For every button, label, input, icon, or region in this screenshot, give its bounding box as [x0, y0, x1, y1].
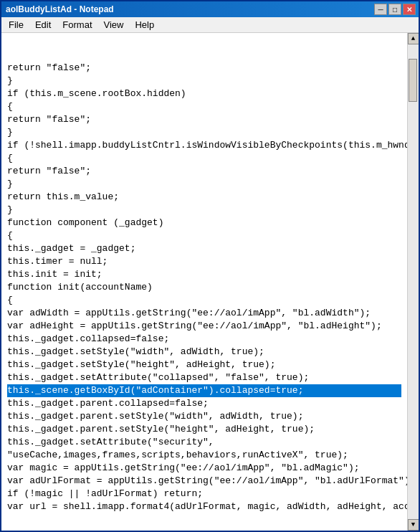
code-line: this._scene.getBoxById("adContainer").co… — [7, 384, 401, 397]
scroll-up-button[interactable]: ▲ — [408, 33, 419, 44]
code-line: var url = shell.imapp.format4(adUrlForma… — [7, 500, 401, 513]
scroll-down-button[interactable]: ▼ — [408, 519, 419, 531]
code-line: function component (_gadget) — [7, 217, 401, 229]
title-controls: ─ □ ✕ — [374, 4, 416, 15]
code-line: return "false"; — [7, 113, 401, 126]
code-line: } — [7, 75, 401, 87]
notepad-window: aolBuddyListAd - Notepad ─ □ ✕ File Edit… — [0, 0, 420, 532]
editor-area: return "false";}if (this.m_scene.rootBox… — [1, 33, 419, 531]
code-line: this.init = init; — [7, 268, 401, 281]
menu-format[interactable]: Format — [57, 18, 97, 32]
close-button[interactable]: ✕ — [403, 4, 416, 15]
code-line: this._gadget.setStyle("height", adHeight… — [7, 358, 401, 371]
code-line: if (!shell.imapp.buddyListCntrl.isWindow… — [7, 139, 401, 152]
code-line: { — [7, 229, 401, 242]
code-line: var magic = appUtils.getString("ee://aol… — [7, 462, 401, 475]
code-line: return "false"; — [7, 62, 401, 75]
code-line: { — [7, 100, 401, 113]
maximize-button[interactable]: □ — [388, 4, 401, 15]
code-line: if (this.m_scene.rootBox.hidden) — [7, 87, 401, 100]
code-line: "useCache,images,frames,scripts,behavior… — [7, 449, 401, 462]
code-line: this._gadget.setStyle("width", adWidth, … — [7, 346, 401, 358]
code-line: this._gadget.setAttribute("collapsed", "… — [7, 371, 401, 384]
code-line: return this.m_value; — [7, 191, 401, 204]
code-line: this._gadget = _gadget; — [7, 242, 401, 255]
code-line: } — [7, 178, 401, 191]
code-line: } — [7, 204, 401, 217]
code-line: var adUrlFormat = appUtils.getString("ee… — [7, 475, 401, 488]
code-line: this._gadget.parent.setStyle("width", ad… — [7, 410, 401, 423]
code-line: var adWidth = appUtils.getString("ee://a… — [7, 307, 401, 320]
minimize-button[interactable]: ─ — [374, 4, 387, 15]
code-line: this._gadget.collapsed=false; — [7, 333, 401, 346]
code-line: this._gadget.setAttribute("security", — [7, 436, 401, 449]
menu-file[interactable]: File — [3, 18, 29, 32]
code-line: return "false"; — [7, 165, 401, 178]
menu-help[interactable]: Help — [129, 18, 160, 32]
window-title: aolBuddyListAd - Notepad — [4, 4, 114, 14]
menu-view[interactable]: View — [98, 18, 130, 32]
code-line: var adHeight = appUtils.getString("ee://… — [7, 320, 401, 333]
menu-edit[interactable]: Edit — [29, 18, 57, 32]
scrollbar-track[interactable] — [408, 44, 419, 519]
scrollbar[interactable]: ▲ ▼ — [407, 33, 419, 531]
code-line: this._gadget.parent.setStyle("height", a… — [7, 423, 401, 436]
code-line: if (!magic || !adUrlFormat) return; — [7, 488, 401, 500]
menu-bar: File Edit Format View Help — [1, 17, 419, 33]
code-line: { — [7, 294, 401, 307]
code-line: this._gadget.parent.collapsed=false; — [7, 397, 401, 410]
code-editor[interactable]: return "false";}if (this.m_scene.rootBox… — [1, 33, 407, 531]
code-line: this.timer = null; — [7, 255, 401, 268]
code-line: function init(accountName) — [7, 281, 401, 294]
code-line: } — [7, 126, 401, 139]
title-bar: aolBuddyListAd - Notepad ─ □ ✕ — [1, 1, 419, 17]
code-line: { — [7, 152, 401, 165]
scrollbar-thumb[interactable] — [409, 59, 417, 102]
